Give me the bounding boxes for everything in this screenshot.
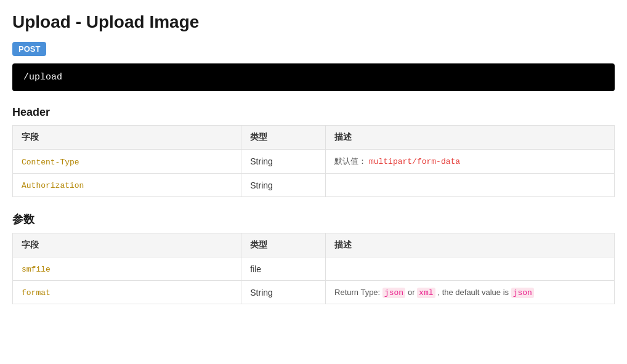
header-col-desc: 描述	[326, 126, 615, 150]
header-section: Header 字段 类型 描述 Content-Type String 默认值：…	[12, 106, 615, 197]
table-row: Authorization String	[13, 174, 615, 197]
params-row1-type: file	[241, 257, 326, 281]
format-desc-default: , the default value is	[437, 288, 511, 297]
field-name-format: format	[22, 288, 51, 297]
header-row2-desc	[326, 174, 615, 197]
method-badge: POST	[12, 42, 46, 56]
format-value-xml: xml	[417, 288, 435, 298]
params-col-type: 类型	[241, 233, 326, 257]
header-row1-field: Content-Type	[13, 150, 241, 174]
content-type-value: multipart/form-data	[369, 157, 460, 166]
params-row2-type: String	[241, 281, 326, 304]
params-row1-field: smfile	[13, 257, 241, 281]
params-section: 参数 字段 类型 描述 smfile file format	[12, 212, 615, 304]
header-section-title: Header	[12, 106, 615, 119]
page-title: Upload - Upload Image	[12, 12, 615, 32]
params-col-desc: 描述	[326, 233, 615, 257]
params-table-header-row: 字段 类型 描述	[13, 233, 615, 257]
params-col-field: 字段	[13, 233, 241, 257]
format-value-json: json	[382, 288, 405, 298]
endpoint-bar: /upload	[12, 63, 615, 91]
header-col-type: 类型	[241, 126, 326, 150]
table-row: smfile file	[13, 257, 615, 281]
params-row2-field: format	[13, 281, 241, 304]
header-row2-type: String	[241, 174, 326, 197]
header-col-field: 字段	[13, 126, 241, 150]
format-desc-prefix: Return Type:	[334, 288, 382, 297]
table-row: format String Return Type: json or xml ,…	[13, 281, 615, 304]
header-row1-type: String	[241, 150, 326, 174]
header-table-header-row: 字段 类型 描述	[13, 126, 615, 150]
header-table: 字段 类型 描述 Content-Type String 默认值： multip…	[12, 125, 615, 197]
content-type-desc-prefix: 默认值：	[334, 156, 366, 166]
params-table: 字段 类型 描述 smfile file format String	[12, 233, 615, 304]
params-row1-desc	[326, 257, 615, 281]
header-row2-field: Authorization	[13, 174, 241, 197]
format-desc-or: or	[408, 288, 417, 297]
field-name-smfile: smfile	[22, 265, 51, 274]
field-name-authorization: Authorization	[22, 181, 84, 190]
field-name-content-type: Content-Type	[22, 158, 79, 167]
params-row2-desc: Return Type: json or xml , the default v…	[326, 281, 615, 304]
header-row1-desc: 默认值： multipart/form-data	[326, 150, 615, 174]
format-default-value: json	[511, 288, 534, 298]
table-row: Content-Type String 默认值： multipart/form-…	[13, 150, 615, 174]
params-section-title: 参数	[12, 212, 615, 227]
